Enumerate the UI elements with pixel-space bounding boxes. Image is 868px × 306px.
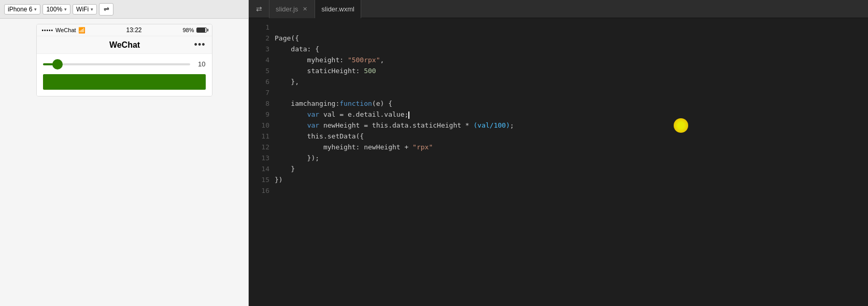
carrier-name: WeChat bbox=[55, 27, 76, 33]
line-num-5: 5 bbox=[249, 66, 269, 77]
line-num-11: 11 bbox=[249, 131, 269, 142]
device-frame: ••••• WeChat 📶 13:22 98% WeChat ••• bbox=[0, 19, 248, 306]
panel-toggle-icon: ⇌ bbox=[104, 5, 109, 13]
code-line-9: var val = e.detail.value; bbox=[275, 109, 868, 120]
text-cursor bbox=[408, 112, 409, 119]
network-selector[interactable]: WiFi ▾ bbox=[73, 4, 97, 15]
battery-icon bbox=[196, 27, 207, 33]
line-num-15: 15 bbox=[249, 175, 269, 186]
line-num-10: 10 bbox=[249, 120, 269, 131]
iphone-content: 10 bbox=[37, 54, 212, 96]
code-line-5: staticHeight: 500 bbox=[275, 66, 868, 77]
zoom-label: 100% bbox=[46, 6, 62, 13]
code-line-16 bbox=[275, 186, 868, 197]
code-line-14: } bbox=[275, 164, 868, 175]
code-line-2: Page({ bbox=[275, 33, 868, 44]
status-right: 98% bbox=[182, 27, 206, 33]
line-num-1: 1 bbox=[249, 22, 269, 33]
iphone-status-bar: ••••• WeChat 📶 13:22 98% bbox=[37, 24, 212, 36]
line-num-13: 13 bbox=[249, 153, 269, 164]
slider-row: 10 bbox=[43, 60, 206, 68]
code-line-13: }); bbox=[275, 153, 868, 164]
tab-label-slider-js: slider.js bbox=[276, 5, 298, 13]
line-num-8: 8 bbox=[249, 99, 269, 109]
panel-toggle-button[interactable]: ⇌ bbox=[99, 3, 113, 16]
status-time: 13:22 bbox=[126, 26, 142, 34]
code-line-1 bbox=[275, 22, 868, 33]
line-num-4: 4 bbox=[249, 55, 269, 66]
nav-menu-dots: ••• bbox=[194, 39, 206, 50]
code-line-12: myheight: newHeight + "rpx" bbox=[275, 142, 868, 153]
nav-title: WeChat bbox=[109, 40, 140, 50]
code-line-3: data: { bbox=[275, 44, 868, 55]
iphone-nav-bar: WeChat ••• bbox=[37, 36, 212, 54]
zoom-selector[interactable]: 100% ▾ bbox=[42, 4, 70, 15]
left-panel: iPhone 6 ▾ 100% ▾ WiFi ▾ ⇌ ••••• WeChat … bbox=[0, 0, 249, 306]
line-num-2: 2 bbox=[249, 33, 269, 44]
network-label: WiFi bbox=[76, 6, 89, 13]
tab-label-slider-wxml: slider.wxml bbox=[321, 5, 354, 13]
line-numbers: 1 2 3 4 5 6 7 8 9 10 11 12 13 14 15 16 bbox=[249, 18, 275, 306]
chevron-down-icon: ▾ bbox=[91, 7, 93, 12]
tab-slider-wxml[interactable]: slider.wxml bbox=[315, 0, 361, 18]
chevron-down-icon: ▾ bbox=[64, 7, 67, 12]
device-label: iPhone 6 bbox=[8, 6, 32, 13]
line-num-14: 14 bbox=[249, 164, 269, 175]
line-num-7: 7 bbox=[249, 88, 269, 99]
status-left: ••••• WeChat 📶 bbox=[42, 27, 86, 34]
line-num-16: 16 bbox=[249, 186, 269, 197]
code-line-4: myheight: "500rpx", bbox=[275, 55, 868, 66]
slider-value: 10 bbox=[195, 60, 206, 68]
line-num-6: 6 bbox=[249, 77, 269, 88]
panel-split-icon[interactable]: ⇄ bbox=[249, 0, 269, 18]
line-num-12: 12 bbox=[249, 142, 269, 153]
code-line-10: var newHeight = this.data.staticHeight *… bbox=[275, 120, 868, 131]
code-area[interactable]: Page({ data: { myheight: "500rpx", stati… bbox=[275, 18, 868, 306]
wifi-icon: 📶 bbox=[78, 27, 86, 34]
tab-slider-js[interactable]: slider.js ✕ bbox=[269, 0, 315, 18]
chevron-down-icon: ▾ bbox=[34, 7, 37, 12]
tab-close-icon[interactable]: ✕ bbox=[301, 5, 308, 12]
code-editor: ⇄ slider.js ✕ slider.wxml 1 2 3 4 5 6 7 … bbox=[249, 0, 868, 306]
slider-thumb[interactable] bbox=[52, 59, 63, 69]
iphone-simulator: ••••• WeChat 📶 13:22 98% WeChat ••• bbox=[36, 24, 212, 96]
green-bar bbox=[43, 74, 206, 90]
line-num-9: 9 bbox=[249, 109, 269, 120]
device-selector[interactable]: iPhone 6 ▾ bbox=[4, 4, 40, 15]
code-line-6: }, bbox=[275, 77, 868, 88]
slider-track[interactable] bbox=[43, 63, 190, 65]
code-line-11: this.setData({ bbox=[275, 131, 868, 142]
simulator-toolbar: iPhone 6 ▾ 100% ▾ WiFi ▾ ⇌ bbox=[0, 0, 248, 19]
code-line-8: iamchanging:function(e) { bbox=[275, 99, 868, 109]
editor-tabs: ⇄ slider.js ✕ slider.wxml bbox=[249, 0, 868, 18]
signal-dots: ••••• bbox=[42, 27, 54, 33]
editor-body: 1 2 3 4 5 6 7 8 9 10 11 12 13 14 15 16 P… bbox=[249, 18, 868, 306]
code-line-15: }) bbox=[275, 175, 868, 186]
battery-pct: 98% bbox=[182, 27, 194, 33]
code-line-7 bbox=[275, 88, 868, 99]
line-num-3: 3 bbox=[249, 44, 269, 55]
